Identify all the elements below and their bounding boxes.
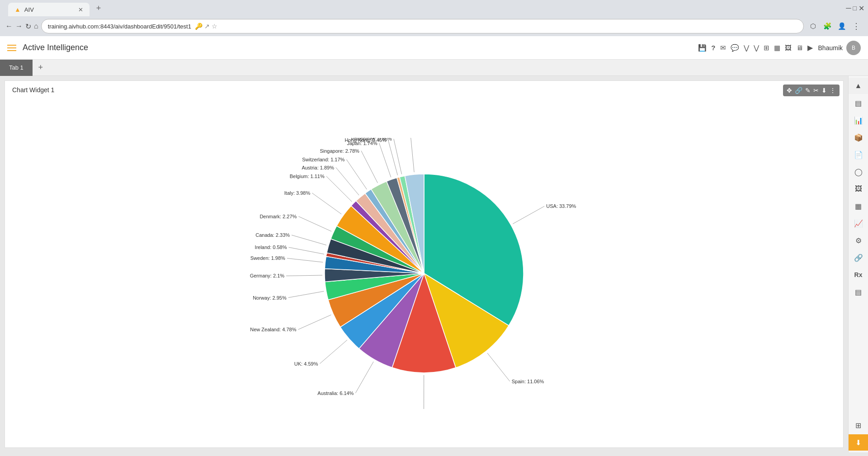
pie-label: Canada: 2.33% <box>255 232 290 238</box>
pie-label: France: 10.37% <box>387 408 422 409</box>
user-avatar[interactable]: B <box>846 41 861 55</box>
new-tab[interactable]: + <box>92 2 105 14</box>
svg-line-13 <box>326 176 352 201</box>
move-icon[interactable]: ✥ <box>787 87 792 94</box>
tab-close[interactable]: ✕ <box>78 6 83 13</box>
sidebar-doc-icon[interactable]: 📄 <box>849 146 868 163</box>
user-name: Bhaumik <box>818 44 843 52</box>
svg-line-17 <box>379 143 391 177</box>
window-maximize[interactable]: □ <box>853 5 857 12</box>
app-header: Active Intelligence 💾 ? ✉ 💬 ⋁ ⋁ ⊞ ▦ 🖼 🖥 … <box>0 36 868 60</box>
edit-icon[interactable]: ✎ <box>805 87 811 94</box>
back-button[interactable]: ← <box>5 22 13 30</box>
extensions-button[interactable]: ⬡ <box>807 20 819 33</box>
sidebar-circle-icon[interactable]: ◯ <box>849 164 868 180</box>
address-bar[interactable]: training.aivhub.com:8443/aiv/dashboardEd… <box>41 19 804 33</box>
forward-button[interactable]: → <box>15 22 23 30</box>
download-icon[interactable]: ⬇ <box>821 87 827 94</box>
pie-label: Sweden: 1.98% <box>250 255 285 261</box>
svg-line-14 <box>336 167 359 195</box>
home-button[interactable]: ⌂ <box>34 22 38 30</box>
mail-icon[interactable]: ✉ <box>720 44 726 52</box>
svg-line-10 <box>292 235 326 245</box>
pie-label: Italy: 3.98% <box>284 190 311 196</box>
puzzle-icon[interactable]: 🧩 <box>821 20 834 33</box>
sidebar-link2-icon[interactable]: 🔗 <box>849 249 868 266</box>
pie-label: Ireland: 0.58% <box>255 244 287 250</box>
svg-line-4 <box>320 340 347 363</box>
pie-chart: USA: 33.79%Spain: 11.06%France: 10.37%Au… <box>248 138 600 409</box>
sidebar-block-icon[interactable]: ▤ <box>849 284 868 300</box>
chart-title: Chart Widget 1 <box>12 86 54 94</box>
app-tab-strip: Tab 1 + <box>0 60 868 76</box>
svg-line-12 <box>312 193 341 214</box>
sidebar-rx-icon[interactable]: Rx <box>849 267 868 283</box>
sidebar-linechart-icon[interactable]: 📈 <box>849 215 868 231</box>
help-icon[interactable]: ? <box>711 44 715 52</box>
sidebar-image-icon[interactable]: 🖼 <box>849 181 868 197</box>
monitor-icon[interactable]: 🖥 <box>796 44 803 52</box>
window-close[interactable]: ✕ <box>859 4 864 13</box>
svg-line-5 <box>298 315 331 329</box>
pie-label: Belgium: 1.11% <box>290 173 325 179</box>
image-icon[interactable]: 🖼 <box>785 44 792 52</box>
pie-label: Singapore: 2.78% <box>320 148 359 153</box>
sidebar-download-icon[interactable]: ⬇ <box>849 434 868 451</box>
svg-line-11 <box>298 216 331 231</box>
sidebar-chart-icon[interactable]: 📊 <box>849 112 868 128</box>
sidebar-table2-icon[interactable]: ▤ <box>849 95 868 111</box>
profile-icon[interactable]: 👤 <box>835 20 848 33</box>
more-icon[interactable]: ⋮ <box>830 87 836 94</box>
svg-line-8 <box>287 258 323 262</box>
filter2-icon[interactable]: ⋁ <box>754 44 759 52</box>
menu-icon[interactable]: ⋮ <box>850 20 863 33</box>
url-display: training.aivhub.com:8443/aiv/dashboardEd… <box>48 23 191 30</box>
comment-icon[interactable]: 💬 <box>731 44 739 52</box>
tab-add[interactable]: + <box>33 60 49 76</box>
user-info: Bhaumik B <box>818 41 861 55</box>
link-icon[interactable]: 🔗 <box>795 87 802 94</box>
tab-1[interactable]: Tab 1 <box>0 60 33 76</box>
pie-label: Norway: 2.95% <box>253 295 287 300</box>
toolbar-right: 💾 ? ✉ 💬 ⋁ ⋁ ⊞ ▦ 🖼 🖥 ▶ <box>698 43 812 52</box>
pie-label: Denmark: 2.27% <box>259 213 297 219</box>
window-minimize[interactable]: ─ <box>846 4 851 12</box>
svg-line-19 <box>394 139 402 174</box>
pie-label: UK: 4.59% <box>294 361 318 366</box>
filter1-icon[interactable]: ⋁ <box>744 44 749 52</box>
tab-title: AIV <box>24 6 34 13</box>
sidebar-box-icon[interactable]: 📦 <box>849 129 868 146</box>
hamburger-menu[interactable] <box>7 45 16 51</box>
svg-line-3 <box>355 362 373 393</box>
grid1-icon[interactable]: ⊞ <box>764 44 769 52</box>
pie-chart-wrapper: USA: 33.79%Spain: 11.06%France: 10.37%Au… <box>5 99 843 447</box>
refresh-button[interactable]: ↻ <box>25 22 31 31</box>
svg-line-20 <box>410 138 414 172</box>
sidebar-settings-icon[interactable]: ⚙ <box>849 232 868 249</box>
save-icon[interactable]: 💾 <box>698 44 707 52</box>
play-icon[interactable]: ▶ <box>807 43 813 52</box>
chart-widget: Chart Widget 1 ✥ 🔗 ✎ ✂ ⬇ ⋮ USA: 33.79%Sp… <box>5 80 844 448</box>
pie-label: Austria: 1.89% <box>302 165 334 170</box>
svg-line-7 <box>286 275 322 276</box>
active-tab[interactable]: ▲ AIV ✕ <box>8 3 90 16</box>
svg-line-1 <box>487 353 510 381</box>
sidebar-grid-icon[interactable]: ▦ <box>849 198 868 214</box>
pie-label: USA: 33.79% <box>546 203 576 209</box>
svg-line-16 <box>361 150 377 183</box>
svg-line-18 <box>388 140 398 175</box>
svg-line-0 <box>513 206 544 224</box>
pie-label: Australia: 6.14% <box>317 390 354 395</box>
sidebar-grid2-icon[interactable]: ⊞ <box>849 417 868 433</box>
chart-toolbar: ✥ 🔗 ✎ ✂ ⬇ ⋮ <box>783 85 840 96</box>
chart-area: Chart Widget 1 ✥ 🔗 ✎ ✂ ⬇ ⋮ USA: 33.79%Sp… <box>0 76 848 452</box>
svg-line-15 <box>346 159 367 189</box>
app-title: Active Intelligence <box>23 43 88 52</box>
svg-line-9 <box>289 247 325 254</box>
sidebar-up-icon[interactable]: ▲ <box>849 78 868 94</box>
table-icon[interactable]: ▦ <box>774 44 780 52</box>
pie-label: Spain: 11.06% <box>512 378 544 384</box>
cut-icon[interactable]: ✂ <box>813 87 819 94</box>
right-sidebar: ▲ ▤ 📊 📦 📄 ◯ 🖼 ▦ 📈 ⚙ 🔗 Rx ▤ ⊞ ⬇ <box>848 76 868 452</box>
pie-label: New Zealand: 4.78% <box>250 327 296 332</box>
